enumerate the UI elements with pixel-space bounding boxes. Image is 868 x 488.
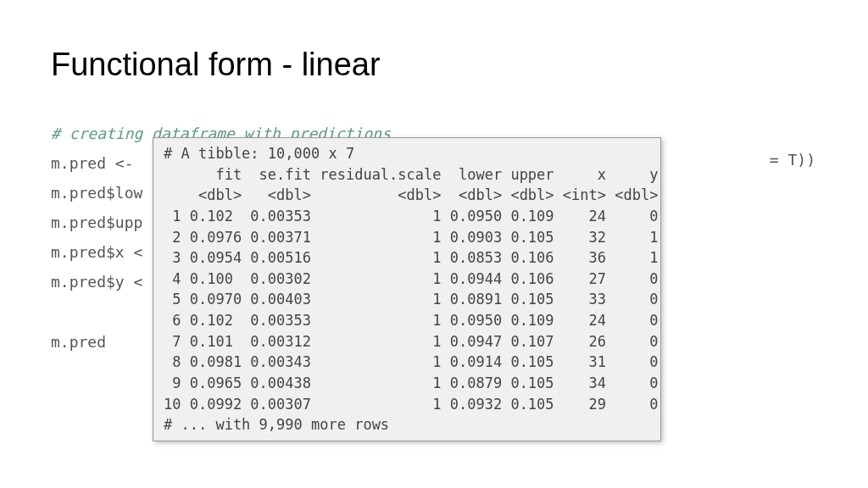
tibble-row: 1 0.102 0.00353 1 0.0950 0.109 24 0 (164, 208, 658, 225)
tibble-footer: # ... with 9,990 more rows (164, 416, 389, 433)
tibble-column-types: <dbl> <dbl> <dbl> <dbl> <dbl> <int> <dbl… (164, 186, 658, 203)
tibble-row: 8 0.0981 0.00343 1 0.0914 0.105 31 0 (164, 353, 658, 370)
code-line: m.pred <- (51, 154, 142, 172)
tibble-output-box: # A tibble: 10,000 x 7 fit se.fit residu… (153, 137, 661, 441)
code-line: m.pred (51, 333, 106, 351)
code-fragment-right: = T)) (770, 151, 815, 169)
tibble-row: 10 0.0992 0.00307 1 0.0932 0.105 29 0 (164, 396, 658, 413)
tibble-row: 2 0.0976 0.00371 1 0.0903 0.105 32 1 (164, 229, 658, 246)
code-line: m.pred$y < (51, 273, 142, 291)
tibble-row: 7 0.101 0.00312 1 0.0947 0.107 26 0 (164, 333, 658, 350)
code-line: m.pred$x < (51, 243, 142, 261)
code-line: m.pred$low (51, 184, 142, 202)
tibble-row: 9 0.0965 0.00438 1 0.0879 0.105 34 0 (164, 374, 658, 391)
tibble-header: # A tibble: 10,000 x 7 (164, 145, 354, 162)
tibble-row: 5 0.0970 0.00403 1 0.0891 0.105 33 0 (164, 291, 658, 308)
tibble-column-names: fit se.fit residual.scale lower upper x … (164, 166, 658, 183)
tibble-row: 4 0.100 0.00302 1 0.0944 0.106 27 0 (164, 270, 658, 287)
slide-title: Functional form - linear (51, 47, 381, 83)
tibble-row: 6 0.102 0.00353 1 0.0950 0.109 24 0 (164, 312, 658, 329)
tibble-row: 3 0.0954 0.00516 1 0.0853 0.106 36 1 (164, 249, 658, 266)
code-line: m.pred$upp (51, 214, 142, 231)
